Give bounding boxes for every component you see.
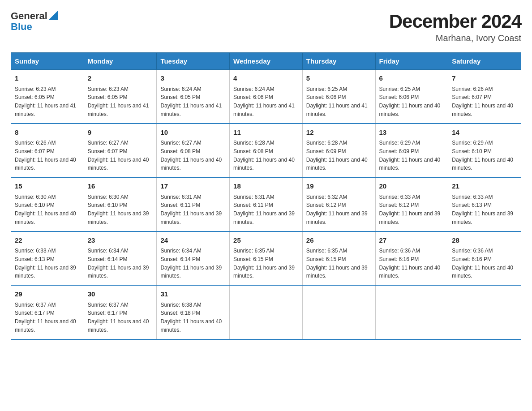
day-number: 11 [233, 128, 299, 138]
day-info: Sunrise: 6:35 AMSunset: 6:15 PMDaylight:… [233, 248, 295, 279]
day-number: 7 [452, 73, 517, 84]
day-number: 21 [452, 181, 517, 192]
header-thursday: Thursday [302, 53, 375, 70]
header-tuesday: Tuesday [157, 53, 230, 70]
day-info: Sunrise: 6:32 AMSunset: 6:12 PMDaylight:… [306, 194, 368, 225]
calendar-week-row: 29 Sunrise: 6:37 AMSunset: 6:17 PMDaylig… [11, 285, 521, 339]
calendar-header-row: Sunday Monday Tuesday Wednesday Thursday… [11, 53, 521, 70]
header-saturday: Saturday [448, 53, 521, 70]
table-row: 18 Sunrise: 6:31 AMSunset: 6:11 PMDaylig… [230, 177, 303, 231]
day-info: Sunrise: 6:26 AMSunset: 6:07 PMDaylight:… [15, 140, 76, 171]
table-row: 12 Sunrise: 6:28 AMSunset: 6:09 PMDaylig… [302, 124, 375, 178]
day-info: Sunrise: 6:36 AMSunset: 6:16 PMDaylight:… [452, 248, 513, 279]
table-row: 31 Sunrise: 6:38 AMSunset: 6:18 PMDaylig… [157, 285, 230, 339]
day-info: Sunrise: 6:36 AMSunset: 6:16 PMDaylight:… [379, 248, 441, 279]
table-row: 23 Sunrise: 6:34 AMSunset: 6:14 PMDaylig… [84, 231, 157, 286]
day-info: Sunrise: 6:26 AMSunset: 6:07 PMDaylight:… [452, 86, 513, 117]
day-info: Sunrise: 6:29 AMSunset: 6:09 PMDaylight:… [379, 140, 441, 171]
day-number: 19 [306, 181, 372, 192]
table-row: 13 Sunrise: 6:29 AMSunset: 6:09 PMDaylig… [375, 124, 448, 178]
calendar-week-row: 1 Sunrise: 6:23 AMSunset: 6:05 PMDayligh… [11, 70, 521, 124]
table-row: 2 Sunrise: 6:23 AMSunset: 6:05 PMDayligh… [84, 70, 157, 124]
table-row: 19 Sunrise: 6:32 AMSunset: 6:12 PMDaylig… [302, 177, 375, 231]
calendar-week-row: 22 Sunrise: 6:33 AMSunset: 6:13 PMDaylig… [11, 231, 521, 286]
day-number: 10 [160, 128, 226, 138]
table-row: 7 Sunrise: 6:26 AMSunset: 6:07 PMDayligh… [448, 70, 521, 124]
day-info: Sunrise: 6:38 AMSunset: 6:18 PMDaylight:… [160, 302, 222, 333]
table-row: 11 Sunrise: 6:28 AMSunset: 6:08 PMDaylig… [230, 124, 303, 178]
day-number: 22 [15, 235, 80, 246]
day-number: 6 [379, 73, 445, 84]
day-number: 14 [452, 128, 517, 138]
page-title: December 2024 [389, 11, 521, 32]
day-number: 28 [452, 235, 517, 246]
page-header: General Blue December 2024 Marhana, Ivor… [11, 11, 521, 43]
calendar-table: Sunday Monday Tuesday Wednesday Thursday… [11, 52, 521, 340]
day-info: Sunrise: 6:27 AMSunset: 6:08 PMDaylight:… [160, 140, 222, 171]
title-block: December 2024 Marhana, Ivory Coast [389, 11, 521, 43]
table-row: 20 Sunrise: 6:33 AMSunset: 6:12 PMDaylig… [375, 177, 448, 231]
day-info: Sunrise: 6:31 AMSunset: 6:11 PMDaylight:… [160, 194, 222, 225]
logo: General Blue [11, 11, 58, 32]
day-info: Sunrise: 6:31 AMSunset: 6:11 PMDaylight:… [233, 194, 295, 225]
table-row: 1 Sunrise: 6:23 AMSunset: 6:05 PMDayligh… [11, 70, 84, 124]
day-info: Sunrise: 6:33 AMSunset: 6:13 PMDaylight:… [15, 248, 76, 279]
day-number: 25 [233, 235, 299, 246]
table-row: 25 Sunrise: 6:35 AMSunset: 6:15 PMDaylig… [230, 231, 303, 286]
day-number: 16 [88, 181, 153, 192]
header-friday: Friday [375, 53, 448, 70]
day-number: 26 [306, 235, 372, 246]
table-row: 24 Sunrise: 6:34 AMSunset: 6:14 PMDaylig… [157, 231, 230, 286]
logo-triangle-icon [48, 10, 58, 20]
day-info: Sunrise: 6:33 AMSunset: 6:13 PMDaylight:… [452, 194, 513, 225]
table-row: 15 Sunrise: 6:30 AMSunset: 6:10 PMDaylig… [11, 177, 84, 231]
day-number: 8 [15, 128, 80, 138]
day-info: Sunrise: 6:23 AMSunset: 6:05 PMDaylight:… [15, 86, 76, 117]
page-subtitle: Marhana, Ivory Coast [389, 33, 521, 43]
day-info: Sunrise: 6:28 AMSunset: 6:08 PMDaylight:… [233, 140, 295, 171]
day-number: 23 [88, 235, 153, 246]
table-row: 10 Sunrise: 6:27 AMSunset: 6:08 PMDaylig… [157, 124, 230, 178]
day-info: Sunrise: 6:25 AMSunset: 6:06 PMDaylight:… [379, 86, 441, 117]
table-row: 14 Sunrise: 6:29 AMSunset: 6:10 PMDaylig… [448, 124, 521, 178]
table-row [302, 285, 375, 339]
day-info: Sunrise: 6:34 AMSunset: 6:14 PMDaylight:… [160, 248, 222, 279]
day-info: Sunrise: 6:27 AMSunset: 6:07 PMDaylight:… [88, 140, 149, 171]
day-info: Sunrise: 6:24 AMSunset: 6:05 PMDaylight:… [160, 86, 222, 117]
day-info: Sunrise: 6:37 AMSunset: 6:17 PMDaylight:… [15, 302, 76, 333]
day-number: 31 [160, 289, 226, 300]
table-row: 9 Sunrise: 6:27 AMSunset: 6:07 PMDayligh… [84, 124, 157, 178]
day-number: 13 [379, 128, 445, 138]
table-row: 27 Sunrise: 6:36 AMSunset: 6:16 PMDaylig… [375, 231, 448, 286]
table-row [230, 285, 303, 339]
day-number: 15 [15, 181, 80, 192]
header-sunday: Sunday [11, 53, 84, 70]
table-row [448, 285, 521, 339]
table-row: 17 Sunrise: 6:31 AMSunset: 6:11 PMDaylig… [157, 177, 230, 231]
day-number: 2 [88, 73, 153, 84]
logo-text-blue: Blue [11, 21, 32, 32]
table-row: 22 Sunrise: 6:33 AMSunset: 6:13 PMDaylig… [11, 231, 84, 286]
day-number: 9 [88, 128, 153, 138]
day-number: 24 [160, 235, 226, 246]
table-row: 6 Sunrise: 6:25 AMSunset: 6:06 PMDayligh… [375, 70, 448, 124]
table-row: 29 Sunrise: 6:37 AMSunset: 6:17 PMDaylig… [11, 285, 84, 339]
header-wednesday: Wednesday [230, 53, 303, 70]
calendar-week-row: 15 Sunrise: 6:30 AMSunset: 6:10 PMDaylig… [11, 177, 521, 231]
table-row [375, 285, 448, 339]
table-row: 3 Sunrise: 6:24 AMSunset: 6:05 PMDayligh… [157, 70, 230, 124]
day-number: 20 [379, 181, 445, 192]
table-row: 30 Sunrise: 6:37 AMSunset: 6:17 PMDaylig… [84, 285, 157, 339]
day-info: Sunrise: 6:30 AMSunset: 6:10 PMDaylight:… [15, 194, 76, 225]
day-number: 30 [88, 289, 153, 300]
table-row: 16 Sunrise: 6:30 AMSunset: 6:10 PMDaylig… [84, 177, 157, 231]
day-number: 1 [15, 73, 80, 84]
day-number: 17 [160, 181, 226, 192]
calendar-week-row: 8 Sunrise: 6:26 AMSunset: 6:07 PMDayligh… [11, 124, 521, 178]
table-row: 4 Sunrise: 6:24 AMSunset: 6:06 PMDayligh… [230, 70, 303, 124]
logo-text-general: General [11, 11, 47, 21]
table-row: 5 Sunrise: 6:25 AMSunset: 6:06 PMDayligh… [302, 70, 375, 124]
table-row: 21 Sunrise: 6:33 AMSunset: 6:13 PMDaylig… [448, 177, 521, 231]
day-number: 18 [233, 181, 299, 192]
table-row: 8 Sunrise: 6:26 AMSunset: 6:07 PMDayligh… [11, 124, 84, 178]
